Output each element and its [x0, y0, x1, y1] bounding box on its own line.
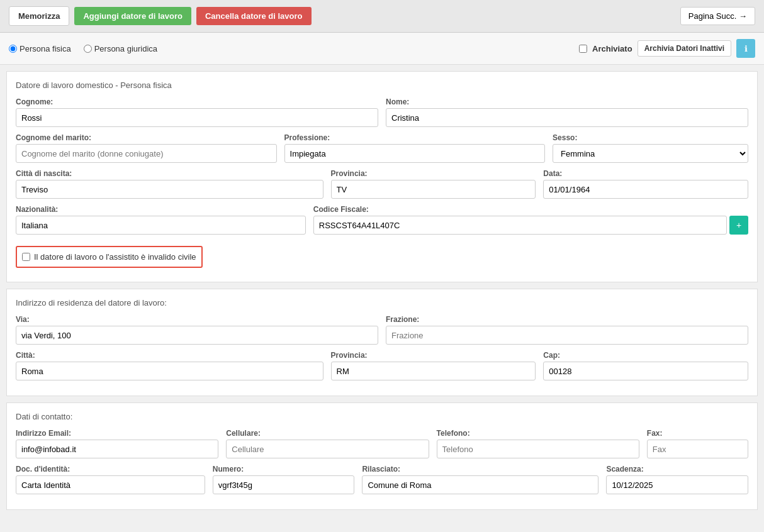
- scadenza-input[interactable]: [606, 475, 748, 494]
- rilasciato-input[interactable]: [362, 475, 598, 494]
- cap-label: Cap:: [543, 351, 748, 360]
- provincia-residenza-group: Provincia:: [331, 351, 536, 380]
- frazione-input[interactable]: [386, 326, 748, 345]
- frazione-label: Frazione:: [386, 315, 748, 324]
- nome-label: Nome:: [386, 97, 748, 106]
- archivia-inattivi-button[interactable]: Archivia Datori Inattivi: [638, 40, 731, 57]
- provincia-residenza-label: Provincia:: [331, 351, 536, 360]
- doc-row: Doc. d'identità: Numero: Rilasciato: Sca…: [16, 465, 748, 494]
- persona-fisica-radio[interactable]: Persona fisica: [9, 44, 71, 53]
- archiviato-checkbox[interactable]: [579, 45, 587, 53]
- email-input[interactable]: [16, 440, 218, 458]
- numero-input[interactable]: [213, 475, 355, 494]
- marito-professione-sesso-row: Cognome del marito: Professione: Sesso: …: [16, 133, 748, 163]
- pagina-succ-button[interactable]: Pagina Succ. →: [680, 7, 755, 25]
- cognome-marito-group: Cognome del marito:: [16, 133, 277, 163]
- professione-input[interactable]: [284, 144, 546, 163]
- archiviato-section: Archiviato Archivia Datori Inattivi ℹ: [579, 39, 755, 58]
- persona-giuridica-radio[interactable]: Persona giuridica: [84, 44, 157, 53]
- citta-residenza-input[interactable]: [16, 362, 323, 380]
- cognome-label: Cognome:: [16, 97, 378, 106]
- section-indirizzo: Indirizzo di residenza del datore di lav…: [6, 289, 758, 396]
- cognome-group: Cognome:: [16, 97, 378, 127]
- via-label: Via:: [16, 315, 378, 324]
- cellulare-label: Cellulare:: [226, 429, 429, 438]
- pagina-succ-container: Pagina Succ. →: [680, 7, 755, 25]
- doc-input[interactable]: [16, 475, 205, 494]
- memorizza-button[interactable]: Memorizza: [9, 6, 69, 26]
- citta-nascita-group: Città di nascita:: [16, 169, 323, 199]
- cognome-input[interactable]: [16, 108, 378, 127]
- nome-group: Nome:: [386, 97, 748, 127]
- rilasciato-label: Rilasciato:: [362, 465, 598, 474]
- citta-provincia-data-row: Città di nascita: Provincia: Data:: [16, 169, 748, 199]
- cap-input[interactable]: [543, 362, 748, 380]
- sesso-label: Sesso:: [553, 133, 748, 142]
- invalido-checkbox[interactable]: [22, 253, 30, 261]
- aggiungi-button[interactable]: Aggiungi datore di lavoro: [74, 7, 191, 25]
- telefono-input[interactable]: [437, 440, 639, 458]
- fax-label: Fax:: [647, 429, 748, 438]
- nazionalita-cf-row: Nazionalità: Codice Fiscale: +: [16, 205, 748, 235]
- nazionalita-group: Nazionalità:: [16, 205, 306, 235]
- cognome-marito-input[interactable]: [16, 144, 277, 163]
- cap-group: Cap:: [543, 351, 748, 380]
- nazionalita-label: Nazionalità:: [16, 205, 306, 214]
- cf-input-group: +: [313, 216, 748, 235]
- numero-group: Numero:: [213, 465, 355, 494]
- provincia-group: Provincia:: [331, 169, 536, 199]
- info-button[interactable]: ℹ: [736, 39, 755, 58]
- data-input[interactable]: [543, 180, 748, 199]
- codice-fiscale-group: Codice Fiscale: +: [313, 205, 748, 235]
- professione-label: Professione:: [284, 133, 546, 142]
- citta-residenza-group: Città:: [16, 351, 323, 380]
- nome-input[interactable]: [386, 108, 748, 127]
- via-input[interactable]: [16, 326, 378, 345]
- codice-fiscale-input[interactable]: [313, 216, 727, 235]
- telefono-group: Telefono:: [437, 429, 639, 458]
- codice-fiscale-label: Codice Fiscale:: [313, 205, 748, 214]
- citta-prov-cap-row: Città: Provincia: Cap:: [16, 351, 748, 380]
- data-label: Data:: [543, 169, 748, 178]
- data-group: Data:: [543, 169, 748, 199]
- professione-group: Professione:: [284, 133, 546, 163]
- cognome-marito-label: Cognome del marito:: [16, 133, 277, 142]
- section3-title: Dati di contatto:: [16, 412, 748, 421]
- telefono-label: Telefono:: [437, 429, 639, 438]
- cf-action-button[interactable]: +: [729, 216, 748, 235]
- citta-nascita-input[interactable]: [16, 180, 323, 199]
- frazione-group: Frazione:: [386, 315, 748, 345]
- citta-nascita-label: Città di nascita:: [16, 169, 323, 178]
- provincia-input[interactable]: [331, 180, 536, 199]
- email-phone-row: Indirizzo Email: Cellulare: Telefono: Fa…: [16, 429, 748, 458]
- invalido-row: Il datore di lavoro o l'assistito è inva…: [16, 241, 748, 273]
- fax-input[interactable]: [647, 440, 748, 458]
- provincia-residenza-input[interactable]: [331, 362, 536, 380]
- numero-label: Numero:: [213, 465, 355, 474]
- sesso-select[interactable]: Femmina Maschio: [553, 144, 748, 163]
- citta-residenza-label: Città:: [16, 351, 323, 360]
- toolbar: Memorizza Aggiungi datore di lavoro Canc…: [0, 0, 764, 33]
- email-group: Indirizzo Email:: [16, 429, 218, 458]
- cellulare-input[interactable]: [226, 440, 429, 458]
- scadenza-label: Scadenza:: [606, 465, 748, 474]
- fax-group: Fax:: [647, 429, 748, 458]
- cognome-nome-row: Cognome: Nome:: [16, 97, 748, 127]
- section-datore-lavoro: Datore di lavoro domestico - Persona fis…: [6, 71, 758, 282]
- sesso-group: Sesso: Femmina Maschio: [553, 133, 748, 163]
- provincia-label: Provincia:: [331, 169, 536, 178]
- cellulare-group: Cellulare:: [226, 429, 429, 458]
- section-contatto: Dati di contatto: Indirizzo Email: Cellu…: [6, 402, 758, 510]
- doc-label: Doc. d'identità:: [16, 465, 205, 474]
- email-label: Indirizzo Email:: [16, 429, 218, 438]
- section1-title: Datore di lavoro domestico - Persona fis…: [16, 80, 748, 90]
- rilasciato-group: Rilasciato:: [362, 465, 598, 494]
- scadenza-group: Scadenza:: [606, 465, 748, 494]
- doc-group: Doc. d'identità:: [16, 465, 205, 494]
- invalido-checkbox-label[interactable]: Il datore di lavoro o l'assistito è inva…: [16, 246, 203, 268]
- section2-title: Indirizzo di residenza del datore di lav…: [16, 298, 748, 308]
- persona-type-bar: Persona fisica Persona giuridica Archivi…: [0, 33, 764, 65]
- nazionalita-input[interactable]: [16, 216, 306, 235]
- via-frazione-row: Via: Frazione:: [16, 315, 748, 345]
- cancella-button[interactable]: Cancella datore di lavoro: [196, 7, 312, 25]
